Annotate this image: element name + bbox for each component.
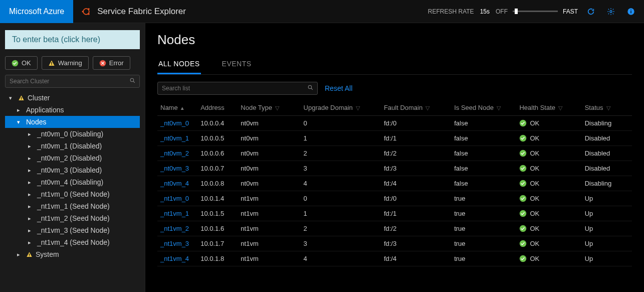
ok-check-icon [519, 210, 527, 217]
tree-node-item[interactable]: ▸_nt1vm_1 (Seed Node) [5, 200, 140, 212]
tree-node-item[interactable]: ▸_nt0vm_1 (Disabled) [5, 140, 140, 152]
info-icon[interactable] [624, 5, 638, 19]
settings-gear-icon[interactable] [604, 5, 618, 19]
refresh-off-label: OFF [496, 8, 508, 15]
cell-fault-domain: fd:/1 [381, 131, 451, 146]
tree-applications[interactable]: ▸ Applications [5, 104, 140, 116]
tree-node-item[interactable]: ▸_nt1vm_4 (Seed Node) [5, 236, 140, 248]
ok-check-icon [519, 240, 527, 247]
error-x-icon [99, 60, 106, 67]
col-seed[interactable]: Is Seed Node▽ [451, 100, 516, 116]
search-list-input[interactable] [157, 82, 318, 95]
tree-node-item[interactable]: ▸_nt0vm_0 (Disabling) [5, 128, 140, 140]
cell-address: 10.0.0.7 [197, 161, 238, 176]
svg-point-17 [308, 85, 312, 89]
warning-pill[interactable]: Warning [42, 56, 89, 70]
cell-health: OK [519, 255, 578, 262]
col-name[interactable]: Name▲ [157, 100, 197, 116]
tree-node-item[interactable]: ▸_nt1vm_2 (Seed Node) [5, 212, 140, 224]
node-name-link[interactable]: _nt1vm_3 [160, 240, 189, 247]
node-name-link[interactable]: _nt1vm_2 [160, 225, 189, 232]
tree-node-label: _nt1vm_4 (Seed Node) [37, 238, 110, 246]
cell-status: Disabling [582, 176, 632, 191]
cell-status: Up [582, 191, 632, 206]
cell-upgrade-domain: 0 [301, 191, 381, 206]
node-name-link[interactable]: _nt0vm_3 [160, 165, 189, 172]
tree-node-item[interactable]: ▸_nt0vm_2 (Disabled) [5, 152, 140, 164]
tree-node-item[interactable]: ▸_nt0vm_3 (Disabled) [5, 164, 140, 176]
nodes-table: Name▲ Address Node Type▽ Upgrade Domain▽… [157, 100, 632, 266]
page-title: Nodes [157, 32, 632, 48]
tree-system-label: System [36, 250, 59, 258]
cell-health: OK [519, 150, 578, 157]
cluster-tree: ▾ Cluster ▸ Applications ▾ Nodes ▸_nt0vm… [5, 92, 140, 260]
tree-node-item[interactable]: ▸_nt0vm_4 (Disabling) [5, 176, 140, 188]
chevron-right-icon: ▸ [28, 155, 34, 162]
ok-check-icon [519, 180, 527, 187]
node-name-link[interactable]: _nt0vm_4 [160, 180, 189, 187]
ok-check-icon [519, 119, 527, 127]
tree-applications-label: Applications [26, 106, 64, 114]
cell-fault-domain: fd:/2 [381, 146, 451, 161]
beta-banner[interactable]: To enter beta (click here) [5, 30, 140, 49]
tree-cluster[interactable]: ▾ Cluster [5, 92, 140, 104]
node-name-link[interactable]: _nt1vm_4 [160, 255, 189, 262]
cell-type: nt0vm [238, 131, 300, 146]
cell-fault-domain: fd:/2 [381, 221, 451, 236]
cell-seed: false [451, 176, 516, 191]
svg-point-3 [88, 13, 90, 15]
node-name-link[interactable]: _nt1vm_0 [160, 195, 189, 202]
col-status[interactable]: Status▽ [582, 100, 632, 116]
chevron-right-icon: ▸ [28, 191, 34, 198]
table-row: _nt1vm_410.0.1.8nt1vm4fd:/4trueOKUp [157, 251, 632, 266]
col-health[interactable]: Health State▽ [516, 100, 581, 116]
cell-health: OK [519, 165, 578, 172]
refresh-slider[interactable] [513, 11, 558, 12]
tree-node-label: _nt0vm_2 (Disabled) [37, 154, 102, 162]
filter-icon: ▽ [356, 105, 360, 111]
svg-point-2 [88, 8, 90, 10]
cell-seed: false [451, 131, 516, 146]
cell-status: Disabling [582, 116, 632, 131]
refresh-icon[interactable] [584, 5, 598, 19]
tree-node-item[interactable]: ▸_nt1vm_3 (Seed Node) [5, 224, 140, 236]
azure-brand[interactable]: Microsoft Azure [0, 0, 73, 23]
topbar: Microsoft Azure Service Fabric Explorer … [0, 0, 644, 23]
node-name-link[interactable]: _nt0vm_2 [160, 150, 189, 157]
ok-pill-label: OK [22, 59, 31, 67]
tree-nodes[interactable]: ▾ Nodes [5, 116, 140, 128]
node-name-link[interactable]: _nt0vm_1 [160, 134, 189, 142]
cell-health: OK [519, 134, 578, 142]
tree-nodes-label: Nodes [26, 118, 46, 126]
cell-type: nt1vm [238, 236, 300, 251]
node-name-link[interactable]: _nt1vm_1 [160, 210, 189, 217]
tree-node-label: _nt0vm_1 (Disabled) [37, 142, 102, 150]
reset-all-link[interactable]: Reset All [325, 84, 352, 92]
ok-check-icon [519, 255, 527, 262]
node-name-link[interactable]: _nt0vm_0 [160, 119, 189, 127]
cell-upgrade-domain: 3 [301, 161, 381, 176]
cell-status: Up [582, 206, 632, 221]
ok-check-icon [12, 60, 19, 67]
cell-status: Up [582, 251, 632, 266]
cell-status: Disabled [582, 131, 632, 146]
tree-node-item[interactable]: ▸_nt1vm_0 (Seed Node) [5, 188, 140, 200]
cell-address: 10.0.1.7 [197, 236, 238, 251]
svg-rect-10 [51, 64, 52, 65]
col-address[interactable]: Address [197, 100, 238, 116]
warning-triangle-icon [48, 60, 55, 67]
search-cluster-input[interactable] [5, 75, 140, 88]
chevron-right-icon: ▸ [17, 251, 23, 258]
tab-events[interactable]: EVENTS [221, 57, 253, 74]
ok-pill[interactable]: OK [5, 56, 38, 70]
error-pill-label: Error [109, 59, 124, 67]
error-pill[interactable]: Error [93, 56, 130, 70]
cell-seed: true [451, 236, 516, 251]
tree-system[interactable]: ▸ System [5, 248, 140, 260]
col-upgrade-domain[interactable]: Upgrade Domain▽ [301, 100, 381, 116]
tree-node-label: _nt0vm_4 (Disabling) [37, 178, 103, 186]
tab-all-nodes[interactable]: ALL NODES [157, 57, 201, 74]
cell-address: 10.0.1.5 [197, 206, 238, 221]
col-fault-domain[interactable]: Fault Domain▽ [381, 100, 451, 116]
col-node-type[interactable]: Node Type▽ [238, 100, 300, 116]
